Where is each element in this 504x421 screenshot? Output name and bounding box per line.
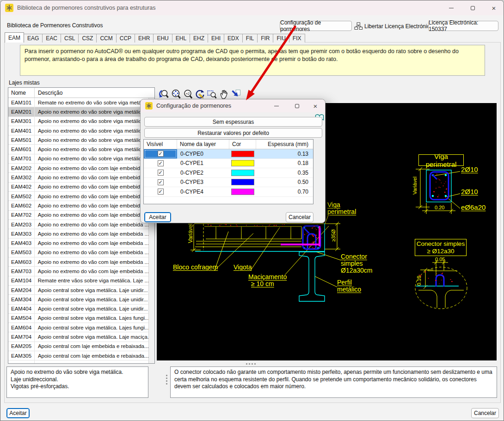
tab-csl[interactable]: CSL [61,34,79,43]
tab-ehi[interactable]: EHI [208,34,224,43]
tab-fix[interactable]: FIX [289,34,305,43]
maximize-icon[interactable] [289,99,305,112]
list-item[interactable]: EAM604Apoio central sobre viga metálica.… [8,323,148,332]
list-item[interactable]: EAM401Apoio no extremo do vão sobre viga… [8,126,148,135]
license-button[interactable]: Licença Electrónica: 150337 [428,21,498,31]
color-cell[interactable] [229,168,256,177]
visible-checkbox[interactable]: ✓ [158,189,164,195]
tab-edx[interactable]: EDX [224,34,243,43]
list-item[interactable]: EAM403Apoio no extremo do vão com laje e… [8,238,148,248]
list-item[interactable]: EAM202Apoio no extremo do vão com laje e… [8,164,148,173]
list-item[interactable]: EAM104Remate entre vãos sobre viga metál… [8,276,148,286]
color-cell[interactable] [229,159,256,168]
visible-checkbox[interactable]: ✓ [158,160,164,166]
list-item[interactable]: EAM601Apoio no extremo do vão sobre viga… [8,145,148,154]
tab-fiu[interactable]: FIU [273,34,289,43]
cancel-button[interactable]: Cancelar [471,408,499,418]
close-icon[interactable]: × [483,0,504,15]
visible-checkbox[interactable]: ✓ [158,179,164,185]
vertical-splitter[interactable] [166,375,167,384]
column-header-nome[interactable]: Nome [8,88,35,98]
visible-cell[interactable]: ✓ [144,149,177,159]
tab-fir[interactable]: FIR [257,34,273,43]
horizontal-splitter[interactable] [246,363,258,365]
color-cell[interactable] [229,149,256,159]
dialog-cancel-button[interactable]: Cancelar [286,212,313,222]
list-item[interactable]: EAM701Apoio no extremo do vão sobre viga… [8,154,148,164]
tab-ehr[interactable]: EHR [135,34,154,43]
list-item[interactable]: EAM201Apoio no extremo do vão sobre viga… [8,107,148,116]
visible-checkbox[interactable]: ✓ [158,170,164,176]
tab-ehz[interactable]: EHZ [190,34,208,43]
tab-eag[interactable]: EAG [24,34,43,43]
visible-cell[interactable]: ✓ [144,159,177,168]
list-item[interactable]: EAM504Apoio central sobre viga metálica.… [8,314,148,323]
list-item[interactable]: EAM503Apoio no extremo do vão com laje e… [8,248,148,257]
list-item[interactable]: EAM402Apoio no extremo do vão com laje e… [8,183,148,192]
list-item[interactable]: EAM203Apoio no extremo do vão com laje e… [8,220,148,229]
thickness-value[interactable]: 0.13 [256,149,312,159]
column-header-espessura[interactable]: Espessura (mm) [256,140,312,149]
no-thickness-button[interactable]: Sem espessuras [144,117,322,127]
tab-csz[interactable]: CSZ [78,34,97,43]
tab-eac[interactable]: EAC [42,34,61,43]
tab-ehu[interactable]: EHU [153,34,172,43]
maximize-icon[interactable] [462,0,483,15]
color-swatch[interactable] [231,189,254,195]
layer-row[interactable]: ✓0-CYPE00.13 [144,149,313,159]
list-item[interactable]: EAM204Apoio central sobre viga metálica.… [8,286,148,295]
color-cell[interactable] [229,178,256,187]
layer-row[interactable]: ✓0-CYPE20.35 [144,168,313,178]
list-item[interactable]: EAM301Apoio no extremo do vão sobre viga… [8,117,148,126]
release-license-label[interactable]: Libertar Licença Electrónica [364,23,433,30]
column-header-visivel[interactable]: Visível [144,140,177,149]
layer-row[interactable]: ✓0-CYPE30.50 [144,178,313,188]
column-header-descricao[interactable]: Descrição [35,90,62,96]
list-item[interactable]: EAM502Apoio no extremo do vão com laje e… [8,192,148,201]
list-item[interactable]: EAM702Apoio no extremo do vão com laje e… [8,211,148,220]
thickness-value[interactable]: 0.70 [256,187,312,196]
thickness-value[interactable]: 0.50 [256,178,312,187]
layer-row[interactable]: ✓0-CYPE40.70 [144,187,313,197]
close-icon[interactable]: × [307,99,323,112]
visible-checkbox[interactable]: ✓ [158,151,164,157]
list-item[interactable]: EAM501Apoio no extremo do vão sobre viga… [8,135,148,145]
visible-cell[interactable]: ✓ [144,187,177,196]
list-item[interactable]: EAM404Apoio central sobre viga metálica.… [8,305,148,314]
list-item[interactable]: EAM205Apoio central com laje embebida e … [8,342,148,351]
list-item[interactable]: EAM101Remate no extremo do vão sobre vig… [8,98,148,107]
list-item[interactable]: EAM602Apoio no extremo do vão com laje e… [8,201,148,210]
list-item[interactable]: EAM303Apoio no extremo do vão com laje e… [8,229,148,238]
detail-code: EAM704 [8,332,35,341]
dialog-accept-button[interactable]: Aceitar [144,212,171,222]
tab-ccp[interactable]: CCP [116,34,135,43]
color-cell[interactable] [229,187,256,196]
layer-row[interactable]: ✓0-CYPE10.18 [144,159,313,169]
list-item[interactable]: EAM703Apoio no extremo do vão com laje e… [8,267,148,276]
list-item[interactable]: EAM304Apoio central sobre viga metálica.… [8,295,148,304]
tab-fil[interactable]: FIL [242,34,258,43]
tab-eam[interactable]: EAM [5,32,24,43]
accept-button[interactable]: Aceitar [6,408,30,418]
list-item[interactable]: EAM302Apoio no extremo do vão com laje e… [8,173,148,182]
visible-cell[interactable]: ✓ [144,168,177,177]
list-item[interactable]: EAM704Apoio central sobre viga metálica.… [8,332,148,342]
visible-cell[interactable]: ✓ [144,178,177,187]
tab-ehl[interactable]: EHL [172,34,190,43]
thickness-value[interactable]: 0.35 [256,168,312,177]
thickness-value[interactable]: 0.18 [256,159,312,168]
color-swatch[interactable] [231,170,254,176]
restore-defaults-button[interactable]: Restaurar valores por defeito [144,128,322,138]
color-swatch[interactable] [231,179,254,185]
list-item[interactable]: EAM603Apoio no extremo do vão com laje e… [8,257,148,267]
column-header-layer[interactable]: Nome da layer [177,140,229,149]
list-item[interactable]: EAM305Apoio central com laje embebida e … [8,351,148,360]
configure-details-button[interactable]: Configuração de pormenores [280,21,352,31]
minimize-icon[interactable] [269,99,284,112]
minimize-icon[interactable] [441,0,462,15]
column-header-cor[interactable]: Cor [229,140,256,149]
list-item[interactable]: EAM405Apoio central com laje embebida e … [8,360,148,363]
color-swatch[interactable] [231,151,254,157]
tab-ccm[interactable]: CCM [96,34,116,43]
color-swatch[interactable] [231,160,254,166]
